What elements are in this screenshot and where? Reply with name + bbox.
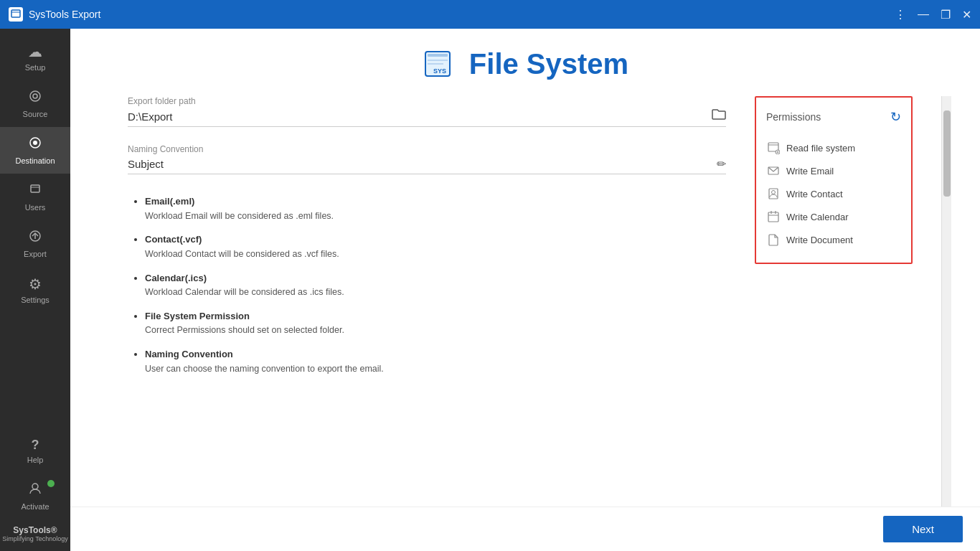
- brand-tagline: Simplifying Technology: [2, 535, 67, 542]
- footer: Next: [70, 507, 980, 551]
- export-path-input[interactable]: [128, 110, 712, 123]
- sidebar-item-activate[interactable]: Activate: [0, 473, 70, 519]
- left-panel: Export folder path Naming Convention ✏: [128, 96, 726, 507]
- page-header: SYS File System: [70, 29, 980, 96]
- settings-icon: ⚙: [29, 276, 42, 293]
- info-desc-naming: User can choose the naming convention to…: [145, 364, 384, 374]
- permissions-header: Permissions ↻: [766, 109, 901, 125]
- page-title: File System: [469, 48, 628, 80]
- sidebar-item-source[interactable]: Source: [0, 80, 70, 127]
- sidebar-label-destination: Destination: [15, 156, 55, 165]
- help-icon: ?: [32, 438, 39, 453]
- page-header-icon: SYS: [422, 46, 458, 82]
- list-item: Email(.eml) Workload Email will be consi…: [145, 194, 726, 222]
- list-item: Contact(.vcf) Workload Contact will be c…: [145, 232, 726, 260]
- sidebar-label-help: Help: [27, 456, 44, 464]
- info-desc-permission: Correct Permissions should set on select…: [145, 325, 344, 335]
- export-path-label: Export folder path: [128, 96, 726, 106]
- sidebar-item-destination[interactable]: Destination: [0, 127, 70, 174]
- refresh-icon[interactable]: ↻: [890, 109, 901, 125]
- naming-convention-input[interactable]: [128, 158, 717, 170]
- sidebar-label-export: Export: [24, 250, 47, 258]
- naming-convention-row: ✏: [128, 157, 726, 174]
- activate-status-dot: [47, 480, 55, 487]
- permissions-title: Permissions: [766, 111, 821, 123]
- permission-label-write-contact: Write Contact: [786, 189, 843, 199]
- users-icon: [28, 182, 42, 200]
- scrollbar-thumb[interactable]: [943, 110, 951, 197]
- sidebar: ☁ Setup Source Destination Users Expor: [0, 29, 70, 551]
- sidebar-label-activate: Activate: [21, 502, 49, 511]
- edit-icon[interactable]: ✏: [717, 157, 726, 171]
- sidebar-item-settings[interactable]: ⚙ Settings: [0, 267, 70, 313]
- export-icon: [28, 229, 42, 247]
- permission-write-email: Write Email: [766, 159, 901, 182]
- svg-rect-24: [768, 212, 778, 222]
- permission-write-document: Write Document: [766, 228, 901, 251]
- info-desc-email: Workload Email will be considered as .em…: [145, 211, 334, 221]
- brand-name: SysTools®: [2, 525, 67, 535]
- info-title-email: Email(.eml): [145, 196, 194, 207]
- write-email-icon: [766, 164, 781, 178]
- close-icon[interactable]: ✕: [962, 8, 971, 22]
- permission-read-filesystem: Read file system: [766, 136, 901, 159]
- sidebar-label-settings: Settings: [21, 296, 50, 304]
- info-title-permission: File System Permission: [145, 311, 250, 321]
- write-contact-icon: [766, 187, 781, 201]
- info-title-naming: Naming Convention: [145, 349, 233, 359]
- minimize-icon[interactable]: —: [918, 8, 929, 22]
- info-list: Email(.eml) Workload Email will be consi…: [128, 194, 726, 375]
- right-panel: Permissions ↻ Read file system Write E: [755, 96, 913, 507]
- svg-point-23: [772, 191, 776, 194]
- sidebar-item-help[interactable]: ? Help: [0, 429, 70, 473]
- sidebar-item-export[interactable]: Export: [0, 220, 70, 267]
- permission-label-write-document: Write Document: [786, 235, 853, 245]
- list-item: Calendar(.ics) Workload Calendar will be…: [145, 271, 726, 299]
- sidebar-item-users[interactable]: Users: [0, 174, 70, 220]
- content-body: Export folder path Naming Convention ✏: [70, 96, 980, 507]
- maximize-icon[interactable]: ❐: [941, 8, 951, 22]
- write-document-icon: [766, 232, 781, 247]
- read-filesystem-icon: [766, 141, 781, 155]
- info-desc-calendar: Workload Calendar will be considered as …: [145, 287, 344, 297]
- app-icon: [9, 7, 23, 22]
- list-item: File System Permission Correct Permissio…: [145, 309, 726, 337]
- menu-icon[interactable]: ⋮: [895, 8, 906, 22]
- naming-convention-group: Naming Convention ✏: [128, 144, 726, 174]
- permission-write-contact: Write Contact: [766, 182, 901, 205]
- permission-label-read-filesystem: Read file system: [786, 143, 855, 154]
- next-button[interactable]: Next: [883, 516, 963, 542]
- svg-point-2: [30, 91, 40, 101]
- activate-icon: [28, 481, 42, 499]
- sidebar-item-setup[interactable]: ☁ Setup: [0, 34, 70, 80]
- source-icon: [28, 89, 42, 107]
- svg-point-3: [33, 94, 37, 98]
- destination-icon: [28, 136, 42, 154]
- app-title: SysTools Export: [29, 9, 100, 20]
- svg-point-10: [32, 484, 38, 489]
- window-controls[interactable]: ⋮ — ❐ ✕: [895, 8, 971, 22]
- svg-rect-6: [31, 185, 39, 192]
- permission-write-calendar: Write Calendar: [766, 205, 901, 228]
- export-path-group: Export folder path: [128, 96, 726, 127]
- scrollbar[interactable]: [941, 96, 951, 507]
- naming-convention-label: Naming Convention: [128, 144, 726, 154]
- permission-label-write-email: Write Email: [786, 166, 834, 176]
- permissions-box: Permissions ↻ Read file system Write E: [755, 96, 913, 264]
- sidebar-label-setup: Setup: [25, 63, 46, 72]
- info-desc-contact: Workload Contact will be considered as .…: [145, 249, 339, 259]
- sidebar-label-users: Users: [25, 203, 46, 212]
- svg-point-5: [33, 141, 37, 145]
- info-title-calendar: Calendar(.ics): [145, 273, 207, 283]
- write-calendar-icon: [766, 209, 781, 224]
- list-item: Naming Convention User can choose the na…: [145, 347, 726, 375]
- export-path-row: [128, 109, 726, 127]
- systools-logo: SysTools® Simplifying Technology: [2, 519, 67, 545]
- content-area: SYS File System Export folder path: [70, 29, 980, 551]
- info-title-contact: Contact(.vcf): [145, 234, 202, 245]
- svg-text:SYS: SYS: [433, 67, 446, 75]
- sidebar-label-source: Source: [23, 110, 48, 118]
- svg-rect-0: [11, 10, 20, 17]
- title-bar: SysTools Export ⋮ — ❐ ✕: [0, 0, 980, 29]
- folder-icon[interactable]: [712, 109, 726, 123]
